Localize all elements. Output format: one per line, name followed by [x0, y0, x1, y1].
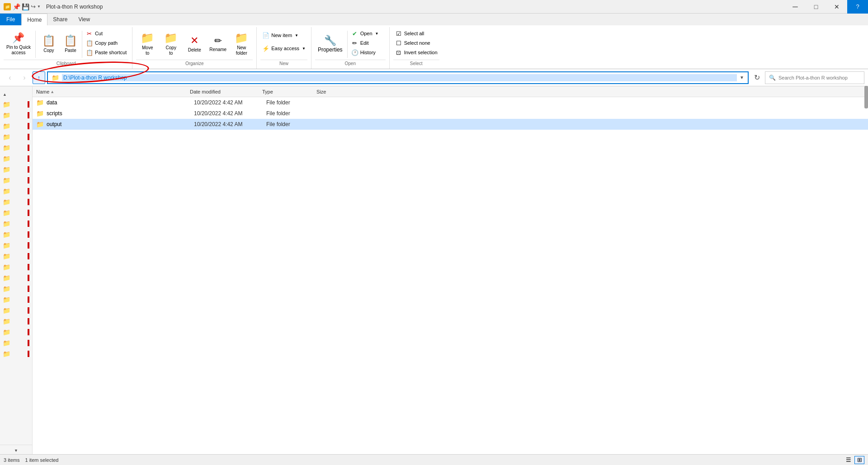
edit-button[interactable]: ✏ Edit	[349, 38, 386, 47]
properties-icon: 🔧	[324, 35, 336, 47]
new-col: 📄 New item ▼ ⚡ Easy access ▼	[260, 29, 307, 55]
sidebar-item[interactable]: 📁	[0, 316, 32, 327]
sidebar-item[interactable]: 📁	[0, 142, 32, 153]
edit-label: Edit	[360, 40, 369, 46]
sidebar-item[interactable]: 📁	[0, 99, 32, 110]
list-view-button[interactable]: ⊞	[854, 456, 864, 464]
sidebar-item[interactable]: 📁	[0, 240, 32, 251]
table-row[interactable]: 📁 data 10/20/2022 4:42 AM File folder	[33, 97, 868, 108]
file-icon: 📁	[36, 110, 44, 117]
cut-icon: ✂	[86, 30, 93, 37]
copy-to-button[interactable]: 📁 Copyto	[160, 29, 182, 59]
column-header-type[interactable]: Type	[262, 89, 316, 94]
sidebar-folder-icon: 📁	[3, 253, 10, 260]
close-button[interactable]: ✕	[826, 0, 847, 14]
rename-button[interactable]: ✏ Rename	[207, 29, 229, 59]
tab-view[interactable]: View	[73, 14, 95, 25]
sidebar-item[interactable]: 📁	[0, 283, 32, 294]
pin-label: Pin to Quickaccess	[6, 45, 31, 56]
sidebar-folder-icon: 📁	[3, 350, 10, 357]
column-header-size[interactable]: Size	[316, 89, 353, 94]
sidebar-item[interactable]: 📁	[0, 262, 32, 272]
column-header-name[interactable]: Name ▲	[36, 89, 190, 94]
pin-to-quick-access-button[interactable]: 📌 Pin to Quickaccess	[4, 29, 33, 59]
sidebar-item[interactable]: 📁	[0, 121, 32, 132]
sidebar-item[interactable]: 📁	[0, 175, 32, 186]
sidebar-item[interactable]: 📁	[0, 197, 32, 207]
help-button[interactable]: ?	[847, 0, 868, 14]
undo-icon[interactable]: ↩	[31, 3, 36, 10]
new-item-button[interactable]: 📄 New item ▼	[260, 29, 307, 42]
maximize-button[interactable]: □	[806, 0, 826, 14]
sidebar-item[interactable]: 📁	[0, 294, 32, 305]
sidebar-expand-button[interactable]: ▲	[0, 90, 32, 99]
save-icon[interactable]: 💾	[22, 3, 29, 10]
select-none-button[interactable]: ☐ Select none	[393, 38, 439, 47]
history-button[interactable]: 🕐 History	[349, 48, 386, 57]
sidebar-item[interactable]: 📁	[0, 272, 32, 283]
sidebar-item[interactable]: 📁	[0, 327, 32, 338]
delete-button[interactable]: ✕ Delete	[183, 29, 206, 59]
file-icon: 📁	[36, 99, 44, 106]
tab-home[interactable]: Home	[21, 14, 47, 25]
window-title: Plot-a-thon R workshop	[46, 4, 103, 10]
move-to-button[interactable]: 📁 Moveto	[136, 29, 159, 59]
copy-path-button[interactable]: 📋 Copy path	[84, 38, 128, 47]
sidebar-item[interactable]: 📁	[0, 305, 32, 316]
address-bar[interactable]: 📁 D:\Plot-a-thon R workshop ▼	[47, 71, 749, 84]
select-group: ☑ Select all ☐ Select none ⊡ Invert sele…	[390, 27, 443, 69]
properties-button[interactable]: 🔧 Properties	[315, 29, 345, 59]
sidebar-red-mark	[28, 275, 29, 281]
details-view-button[interactable]: ☰	[844, 456, 854, 464]
copy-button[interactable]: 📋 Copy	[38, 29, 60, 59]
paste-button[interactable]: 📋 Paste	[61, 29, 80, 59]
quick-access-icon[interactable]: 📌	[13, 3, 20, 10]
sidebar-item[interactable]: 📁	[0, 132, 32, 142]
column-header-date[interactable]: Date modified	[190, 89, 262, 94]
undo-dropdown-icon[interactable]: ▼	[37, 5, 41, 9]
sidebar-item[interactable]: 📁	[0, 164, 32, 175]
file-icon: 📁	[36, 121, 44, 128]
sidebar-folder-icon: 📁	[3, 101, 10, 108]
back-button[interactable]: ‹	[4, 71, 16, 84]
sidebar-item[interactable]: 📁	[0, 207, 32, 218]
easy-access-button[interactable]: ⚡ Easy access ▼	[260, 42, 307, 55]
refresh-button[interactable]: ↻	[750, 71, 763, 84]
paste-shortcut-button[interactable]: 📋 Paste shortcut	[84, 48, 128, 57]
rename-icon: ✏	[214, 35, 222, 46]
easy-access-label: Easy access	[271, 46, 299, 51]
sidebar-item[interactable]: 📁	[0, 218, 32, 229]
tab-file[interactable]: File	[0, 14, 21, 25]
sidebar-item[interactable]: 📁	[0, 229, 32, 240]
new-folder-button[interactable]: 📁 Newfolder	[230, 29, 253, 59]
sidebar-item[interactable]: 📁	[0, 186, 32, 197]
sidebar-collapse-icon: ▼	[14, 448, 18, 453]
minimize-button[interactable]: ─	[785, 0, 806, 14]
invert-selection-label: Invert selection	[404, 50, 438, 55]
address-dropdown-icon[interactable]: ▼	[740, 75, 744, 80]
copy-path-label: Copy path	[95, 40, 118, 46]
sidebar-item[interactable]: 📁	[0, 153, 32, 164]
sidebar-item[interactable]: 📁	[0, 110, 32, 121]
invert-selection-button[interactable]: ⊡ Invert selection	[393, 48, 439, 57]
up-button[interactable]: ↑	[33, 71, 45, 84]
table-row[interactable]: 📁 scripts 10/20/2022 4:42 AM File folder	[33, 108, 868, 119]
sidebar-red-mark	[28, 329, 29, 335]
sidebar-item[interactable]: 📁	[0, 338, 32, 348]
address-text[interactable]: D:\Plot-a-thon R workshop	[62, 74, 737, 81]
paste-shortcut-icon: 📋	[86, 49, 93, 56]
sidebar-folder-icon: 📁	[3, 274, 10, 282]
search-input[interactable]	[778, 75, 860, 80]
tab-share[interactable]: Share	[47, 14, 73, 25]
forward-button[interactable]: ›	[18, 71, 31, 84]
sidebar-item[interactable]: 📁	[0, 348, 32, 359]
copy-label: Copy	[43, 48, 54, 53]
table-row[interactable]: 📁 output 10/20/2022 4:42 AM File folder	[33, 119, 868, 130]
open-button[interactable]: ✔ Open ▼	[349, 29, 386, 38]
sidebar-red-mark	[28, 318, 29, 324]
sidebar-red-mark	[28, 221, 29, 227]
sidebar-item[interactable]: 📁	[0, 251, 32, 262]
cut-button[interactable]: ✂ Cut	[84, 29, 128, 38]
paste-label: Paste	[65, 48, 76, 53]
select-all-button[interactable]: ☑ Select all	[393, 29, 439, 38]
